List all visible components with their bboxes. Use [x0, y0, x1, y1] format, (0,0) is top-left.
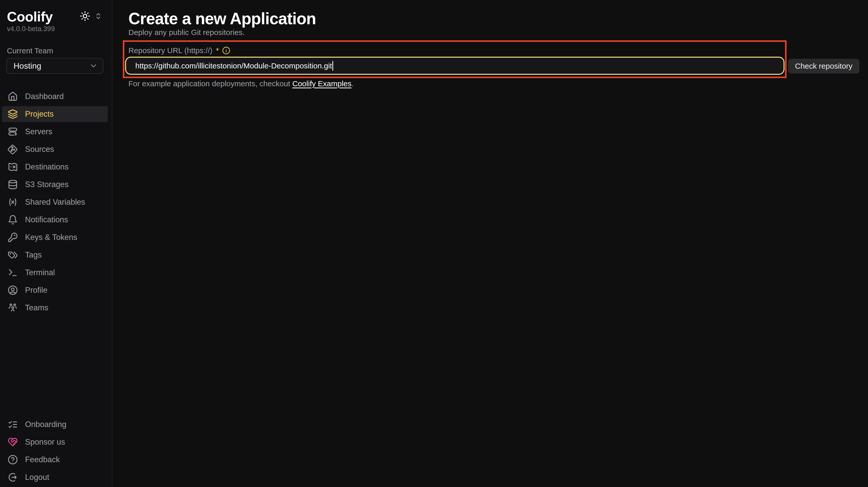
sidebar-item-label: Sponsor us	[25, 437, 65, 447]
sidebar-item-logout[interactable]: Logout	[2, 469, 108, 485]
sidebar-item-keys-tokens[interactable]: Keys & Tokens	[2, 229, 108, 245]
sidebar-item-label: Destinations	[25, 162, 69, 171]
app-title: Coolify	[7, 9, 53, 25]
teams-icon	[8, 303, 18, 313]
sidebar-item-label: Profile	[25, 286, 48, 295]
helper-text: For example application deployments, che…	[128, 79, 353, 88]
team-select-value: Hosting	[13, 61, 41, 71]
sidebar-item-label: Keys & Tokens	[25, 233, 77, 242]
layers-icon	[8, 109, 18, 119]
sponsor-heart-icon	[8, 437, 18, 447]
app-version: v4.0.0-beta.399	[7, 25, 55, 33]
sidebar-item-terminal[interactable]: Terminal	[2, 265, 108, 281]
chevron-down-icon	[89, 62, 98, 70]
sidebar-item-notifications[interactable]: Notifications	[2, 212, 108, 228]
check-repository-button[interactable]: Check repository	[788, 59, 859, 73]
repository-url-label-row: Repository URL (https://) *	[128, 46, 230, 55]
bell-icon	[8, 215, 18, 225]
sidebar-item-label: Onboarding	[25, 420, 66, 429]
coolify-examples-link[interactable]: Coolify Examples	[292, 79, 351, 88]
version-switcher[interactable]	[94, 12, 102, 20]
logout-icon	[8, 472, 18, 482]
info-icon	[222, 46, 230, 55]
info-icon-wrap[interactable]	[222, 46, 230, 55]
helper-suffix: .	[351, 79, 353, 88]
sidebar-item-label: Shared Variables	[25, 198, 85, 207]
terminal-icon	[8, 267, 18, 278]
database-icon	[8, 180, 18, 190]
page-subtitle: Deploy any public Git repositories.	[128, 28, 245, 37]
sidebar-nav: Dashboard Projects Servers Sources Desti…	[0, 87, 112, 318]
variables-icon	[8, 197, 18, 207]
home-icon	[8, 91, 18, 102]
sidebar-item-label: Projects	[25, 109, 54, 119]
tags-icon	[8, 250, 18, 260]
sidebar-item-shared-variables[interactable]: Shared Variables	[2, 194, 108, 210]
sidebar-item-label: Notifications	[25, 215, 68, 224]
sidebar-header-icons	[80, 11, 102, 22]
team-select[interactable]: Hosting	[6, 58, 103, 74]
sidebar-item-label: Tags	[25, 250, 41, 260]
onboarding-icon	[8, 419, 18, 429]
sidebar-item-onboarding[interactable]: Onboarding	[2, 417, 108, 432]
sidebar-item-label: Dashboard	[25, 92, 64, 101]
sidebar-item-destinations[interactable]: Destinations	[2, 159, 108, 175]
sidebar-item-label: Servers	[25, 127, 52, 136]
sidebar-footer: Onboarding Sponsor us Feedback Logout	[0, 415, 112, 487]
key-icon	[8, 232, 18, 242]
sidebar-item-label: Terminal	[25, 268, 55, 277]
sidebar-item-servers[interactable]: Servers	[2, 124, 108, 140]
app-root: Coolify v4.0.0-beta.399 Current Team Hos…	[0, 0, 868, 487]
sidebar-item-label: Logout	[25, 473, 49, 482]
current-team-label: Current Team	[7, 46, 53, 55]
sidebar-item-label: Sources	[25, 145, 54, 154]
sidebar: Coolify v4.0.0-beta.399 Current Team Hos…	[0, 0, 112, 487]
sidebar-item-label: Feedback	[25, 455, 60, 464]
text-cursor	[332, 61, 333, 71]
map-icon	[8, 162, 18, 172]
sidebar-item-dashboard[interactable]: Dashboard	[2, 89, 108, 104]
sidebar-item-feedback[interactable]: Feedback	[2, 452, 108, 467]
git-source-icon	[8, 144, 18, 155]
sidebar-item-profile[interactable]: Profile	[2, 282, 108, 298]
chevron-down-icon-wrap	[89, 62, 98, 70]
sidebar-item-projects[interactable]: Projects	[2, 106, 108, 122]
server-icon	[8, 127, 18, 137]
sidebar-item-sponsor-us[interactable]: Sponsor us	[2, 434, 108, 450]
profile-icon	[8, 285, 18, 295]
repository-url-input[interactable]: https://github.com/illicitestonion/Modul…	[125, 57, 784, 75]
sidebar-item-label: S3 Storages	[25, 180, 69, 189]
sidebar-item-teams[interactable]: Teams	[2, 300, 108, 316]
helper-prefix: For example application deployments, che…	[128, 79, 292, 88]
sidebar-item-tags[interactable]: Tags	[2, 247, 108, 263]
main-content: Create a new Application Deploy any publ…	[113, 0, 868, 487]
repository-url-value: https://github.com/illicitestonion/Modul…	[135, 62, 332, 70]
feedback-icon	[8, 455, 18, 465]
sidebar-item-s3-storages[interactable]: S3 Storages	[2, 176, 108, 192]
theme-toggle-button[interactable]	[80, 11, 90, 22]
required-asterisk: *	[216, 46, 219, 55]
sidebar-item-label: Teams	[25, 303, 48, 313]
repository-url-label: Repository URL (https://)	[128, 46, 212, 55]
chevrons-up-down-icon	[94, 12, 102, 20]
sun-icon	[80, 11, 90, 22]
page-title: Create a new Application	[128, 9, 316, 28]
sidebar-item-sources[interactable]: Sources	[2, 141, 108, 157]
